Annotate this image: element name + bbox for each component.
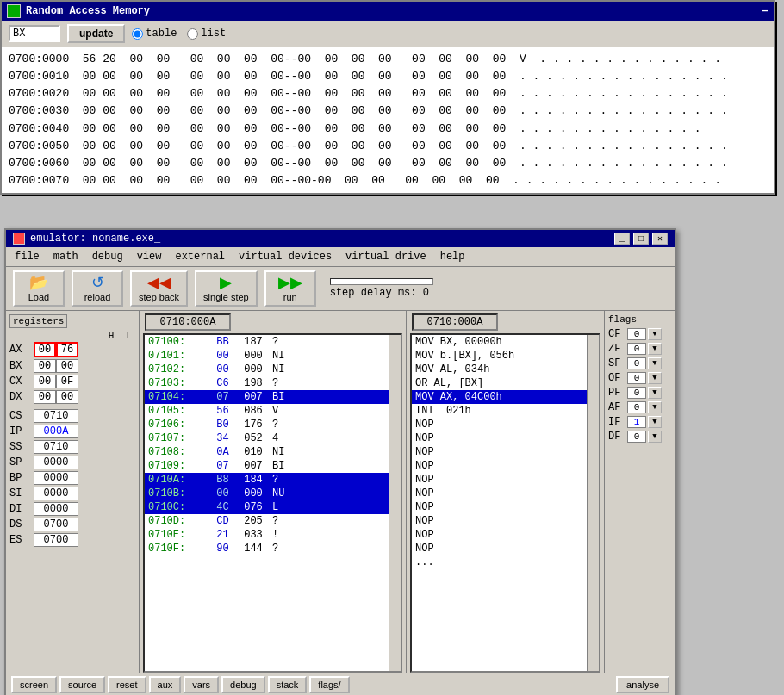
disasm-line[interactable]: NOP — [412, 487, 599, 500]
reg-ax-h[interactable] — [34, 342, 56, 357]
reg-ss-val[interactable] — [34, 440, 78, 454]
flag-val-zf[interactable] — [627, 343, 646, 355]
reg-dx-h[interactable] — [34, 390, 56, 404]
bottom-btn-flags-[interactable]: flags/ — [309, 676, 349, 693]
code-list[interactable]: 07100: BB 187 ?07101: 00 000 NI07102: 00… — [143, 333, 402, 673]
code-line[interactable]: 0710A: B8 184 ? — [145, 473, 401, 487]
analyse-button[interactable]: analyse — [616, 676, 669, 693]
run-button[interactable]: ▶▶ run — [264, 270, 316, 307]
disasm-address-input[interactable] — [412, 313, 498, 331]
reg-es-val[interactable] — [34, 533, 78, 547]
reg-dx-l[interactable] — [56, 390, 78, 404]
bottom-btn-stack[interactable]: stack — [268, 676, 308, 693]
code-address-input1[interactable] — [145, 313, 231, 331]
bottom-btn-reset[interactable]: reset — [108, 676, 146, 693]
disasm-line[interactable]: NOP — [412, 459, 599, 473]
reg-cx-l[interactable] — [56, 375, 78, 388]
menu-item-view[interactable]: view — [132, 249, 167, 264]
disasm-line[interactable]: NOP — [412, 542, 599, 555]
ram-address-input[interactable] — [9, 25, 60, 42]
disasm-line[interactable]: OR AL, [BX] — [412, 376, 599, 390]
flag-val-sf[interactable] — [627, 357, 646, 369]
reg-bx-l[interactable] — [56, 359, 78, 373]
code-line[interactable]: 07109: 07 007 BI — [145, 459, 401, 473]
ram-list-radio[interactable] — [187, 28, 198, 40]
code-line[interactable]: 0710B: 00 000 NU — [145, 487, 401, 500]
disasm-list[interactable]: MOV BX, 00000hMOV b.[BX], 056hMOV AL, 03… — [410, 333, 600, 673]
ram-table-radio[interactable] — [132, 28, 143, 40]
code-line[interactable]: 07108: 0A 010 NI — [145, 445, 401, 459]
reg-cs-val[interactable] — [34, 409, 78, 423]
disasm-line[interactable]: NOP — [412, 528, 599, 542]
code-line[interactable]: 0710D: CD 205 ? — [145, 514, 401, 528]
minimize-button[interactable]: _ — [614, 233, 630, 245]
code-line[interactable]: 0710F: 90 144 ? — [145, 542, 401, 555]
reg-bp-val[interactable] — [34, 471, 78, 485]
bottom-btn-vars[interactable]: vars — [184, 676, 219, 693]
reg-si-val[interactable] — [34, 487, 78, 500]
code-scrollbar[interactable] — [389, 335, 401, 671]
code-line[interactable]: 07105: 56 086 V — [145, 404, 401, 418]
menu-item-external[interactable]: external — [170, 249, 230, 264]
menu-item-file[interactable]: file — [9, 249, 45, 264]
disasm-line[interactable]: MOV AL, 034h — [412, 363, 599, 376]
reg-bx-h[interactable] — [34, 359, 56, 373]
step-back-button[interactable]: ◀◀ step back — [130, 270, 188, 307]
flag-dropdown-af[interactable]: ▼ — [648, 401, 662, 413]
disasm-line[interactable]: NOP — [412, 418, 599, 431]
ram-table-radio-label[interactable]: table — [132, 28, 177, 40]
bottom-btn-source[interactable]: source — [59, 676, 105, 693]
menu-item-debug[interactable]: debug — [87, 249, 128, 264]
code-line[interactable]: 07104: 07 007 BI — [145, 390, 401, 404]
flag-val-if[interactable] — [627, 416, 646, 428]
menu-item-math[interactable]: math — [48, 249, 84, 264]
reg-sp-val[interactable] — [34, 456, 78, 469]
bottom-btn-screen[interactable]: screen — [11, 676, 57, 693]
disasm-line[interactable]: MOV AX, 04C00h — [412, 390, 599, 404]
menu-item-virtual-drive[interactable]: virtual drive — [340, 249, 432, 264]
bottom-btn-aux[interactable]: aux — [149, 676, 182, 693]
disasm-line[interactable]: NOP — [412, 473, 599, 487]
code-line[interactable]: 0710C: 4C 076 L — [145, 500, 401, 514]
disasm-line[interactable]: ... — [412, 555, 599, 569]
disasm-line[interactable]: MOV BX, 00000h — [412, 335, 599, 349]
flag-dropdown-zf[interactable]: ▼ — [648, 343, 662, 355]
flag-val-df[interactable] — [627, 431, 646, 443]
reload-button[interactable]: ↺ reload — [72, 270, 123, 307]
restore-button[interactable]: □ — [633, 233, 649, 245]
step-delay-slider[interactable] — [330, 278, 433, 285]
flag-dropdown-df[interactable]: ▼ — [648, 431, 662, 443]
disasm-scrollbar[interactable] — [587, 335, 599, 671]
flag-dropdown-cf[interactable]: ▼ — [648, 328, 662, 340]
code-line[interactable]: 07101: 00 000 NI — [145, 349, 401, 363]
reg-cx-h[interactable] — [34, 375, 56, 388]
disasm-line[interactable]: NOP — [412, 445, 599, 459]
ram-update-button[interactable]: update — [67, 24, 125, 43]
code-line[interactable]: 0710E: 21 033 ! — [145, 528, 401, 542]
code-line[interactable]: 07102: 00 000 NI — [145, 363, 401, 376]
disasm-line[interactable]: NOP — [412, 514, 599, 528]
flag-dropdown-sf[interactable]: ▼ — [648, 357, 662, 369]
disasm-line[interactable]: INT 021h — [412, 404, 599, 418]
code-line[interactable]: 07106: B0 176 ? — [145, 418, 401, 431]
reg-ip-val[interactable] — [34, 425, 78, 438]
close-button[interactable]: ✕ — [652, 233, 668, 245]
flag-dropdown-of[interactable]: ▼ — [648, 372, 662, 384]
flag-val-cf[interactable] — [627, 328, 646, 340]
flag-dropdown-pf[interactable]: ▼ — [648, 387, 662, 399]
code-line[interactable]: 07103: C6 198 ? — [145, 376, 401, 390]
code-line[interactable]: 07100: BB 187 ? — [145, 335, 401, 349]
flag-val-pf[interactable] — [627, 387, 646, 399]
code-line[interactable]: 07107: 34 052 4 — [145, 431, 401, 445]
ram-list-radio-label[interactable]: list — [187, 28, 226, 40]
single-step-button[interactable]: ▶ single step — [195, 270, 258, 307]
menu-item-virtual-devices[interactable]: virtual devices — [233, 249, 337, 264]
disasm-line[interactable]: NOP — [412, 500, 599, 514]
flag-val-of[interactable] — [627, 372, 646, 384]
disasm-line[interactable]: MOV b.[BX], 056h — [412, 349, 599, 363]
flag-dropdown-if[interactable]: ▼ — [648, 416, 662, 428]
load-button[interactable]: 📂 Load — [13, 270, 65, 307]
flag-val-af[interactable] — [627, 401, 646, 413]
menu-item-help[interactable]: help — [435, 249, 470, 264]
reg-ax-l[interactable] — [56, 342, 78, 357]
